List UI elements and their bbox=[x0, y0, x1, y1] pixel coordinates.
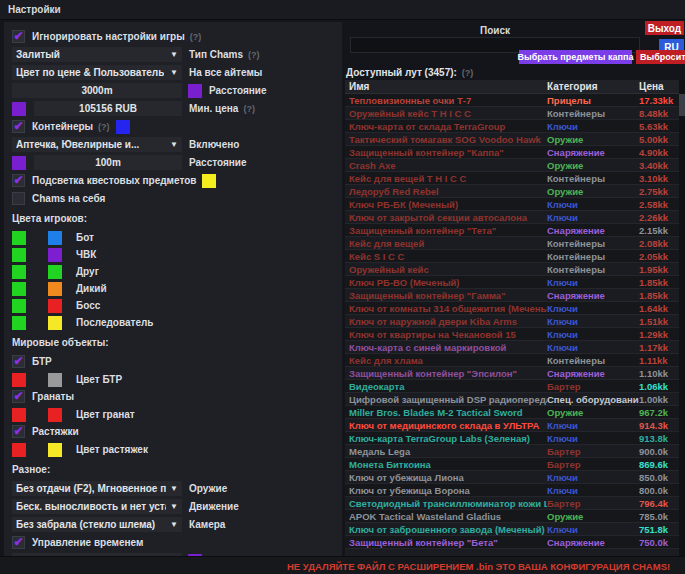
camera-dropdown[interactable]: Без забрала (стекло шлема) ▼ bbox=[12, 517, 182, 532]
color-swatch[interactable] bbox=[12, 265, 26, 279]
color-swatch[interactable] bbox=[12, 316, 26, 330]
color-swatch[interactable] bbox=[12, 282, 26, 296]
all-items-label: На все айтемы bbox=[189, 67, 262, 78]
color-swatch[interactable] bbox=[48, 282, 62, 296]
weapon-dropdown[interactable]: Без отдачи (F2), Мгновенное п ▼ bbox=[12, 481, 182, 496]
help-icon[interactable]: (?) bbox=[243, 104, 255, 114]
table-row[interactable]: Оружейный кейсКонтейнеры1.95kk bbox=[345, 263, 685, 276]
column-header-name[interactable]: Имя bbox=[345, 81, 547, 92]
check-icon: ✔ bbox=[13, 121, 23, 131]
column-header-category[interactable]: Категория bbox=[547, 81, 639, 92]
table-row[interactable]: Crash AxeОружие3.40kk bbox=[345, 159, 685, 172]
help-icon[interactable]: (?) bbox=[462, 68, 474, 78]
color-swatch[interactable] bbox=[48, 373, 62, 387]
color-swatch[interactable] bbox=[48, 265, 62, 279]
table-scrollbar[interactable] bbox=[679, 80, 685, 556]
min-price-input[interactable] bbox=[34, 101, 182, 116]
item-category: Ключи bbox=[547, 199, 639, 210]
help-icon[interactable]: (?) bbox=[98, 122, 110, 132]
color-swatch[interactable] bbox=[48, 299, 62, 313]
color-swatch[interactable] bbox=[48, 443, 62, 457]
table-row[interactable]: Ключ от убежища ЛионаКлючи850.0k bbox=[345, 471, 685, 484]
all-items-dropdown[interactable]: Цвет по цене & Пользователь ▼ bbox=[12, 65, 182, 80]
containers-filter-dropdown[interactable]: Аптечка, Ювелирные и... ▼ bbox=[12, 137, 182, 152]
min-price-color-swatch[interactable] bbox=[12, 102, 26, 116]
table-row[interactable]: Ключ от убежища ВоронаКлючи800.0k bbox=[345, 484, 685, 497]
grenades-label: Гранаты bbox=[32, 391, 74, 402]
table-row[interactable]: Оружейный кейс T H I C CКонтейнеры8.48kk bbox=[345, 107, 685, 120]
table-row[interactable]: Защищенный контейнер "Эпсилон"Снаряжение… bbox=[345, 367, 685, 380]
color-swatch[interactable] bbox=[12, 443, 26, 457]
table-row[interactable]: Кейс S I C CКонтейнеры2.05kk bbox=[345, 250, 685, 263]
table-row[interactable]: Кейс для вещей T H I C CКонтейнеры3.10kk bbox=[345, 172, 685, 185]
color-swatch[interactable] bbox=[48, 408, 62, 422]
table-row[interactable]: ВидеокартаБартер1.06kk bbox=[345, 380, 685, 393]
distance-color-swatch[interactable] bbox=[188, 84, 202, 98]
time-control-checkbox[interactable]: ✔ bbox=[12, 536, 25, 549]
item-category: Бартер bbox=[547, 459, 639, 470]
help-icon[interactable]: (?) bbox=[248, 50, 260, 60]
color-swatch[interactable] bbox=[12, 408, 26, 422]
distance-input[interactable] bbox=[12, 83, 182, 98]
quest-items-color-swatch[interactable] bbox=[202, 174, 216, 188]
item-category: Бартер bbox=[547, 446, 639, 457]
scrollbar-thumb[interactable] bbox=[679, 94, 685, 116]
color-swatch[interactable] bbox=[12, 373, 26, 387]
chams-self-checkbox[interactable]: ✔ bbox=[12, 192, 25, 205]
table-row[interactable]: Медаль LegaБартер900.0k bbox=[345, 445, 685, 458]
table-row[interactable]: Монета БиткоинаБартер869.6k bbox=[345, 458, 685, 471]
containers-checkbox[interactable]: ✔ bbox=[12, 120, 25, 133]
select-kappa-items-button[interactable]: Выбрать предметы каппа bbox=[519, 50, 632, 64]
table-row[interactable] bbox=[345, 549, 685, 556]
color-swatch[interactable] bbox=[12, 231, 26, 245]
table-row[interactable]: Ключ от квартиры на Чекановой 15Ключи1.2… bbox=[345, 328, 685, 341]
table-row[interactable]: Ключ от медицинского склада в УЛЬТРАКлюч… bbox=[345, 419, 685, 432]
table-row[interactable]: Ключ РБ-ВО (Меченый)Ключи1.85kk bbox=[345, 276, 685, 289]
table-row[interactable]: Светодиодный трансиллюминатор кожи LEDXБ… bbox=[345, 497, 685, 510]
table-row[interactable]: Кейс для хламаКонтейнеры1.11kk bbox=[345, 354, 685, 367]
containers-distance-input[interactable] bbox=[34, 155, 182, 170]
tripwires-checkbox[interactable]: ✔ bbox=[12, 425, 25, 438]
table-row[interactable]: Тактический томагавк SOG Voodoo HawkОруж… bbox=[345, 133, 685, 146]
movement-dropdown[interactable]: Беск. выносливость и нет уста ▼ bbox=[12, 499, 182, 514]
item-name: Светодиодный трансиллюминатор кожи LEDX bbox=[345, 498, 547, 509]
table-row[interactable]: Ключ-карта TerraGroup Labs (Зеленая)Ключ… bbox=[345, 432, 685, 445]
table-row[interactable]: Тепловизионные очки Т-7Прицелы17.33kk bbox=[345, 94, 685, 107]
grenades-checkbox[interactable]: ✔ bbox=[12, 390, 25, 403]
table-row[interactable]: Miller Bros. Blades M-2 Tactical SwordОр… bbox=[345, 406, 685, 419]
item-name: Ключ от убежища Ворона bbox=[345, 485, 547, 496]
table-row[interactable]: Ключ от наружной двери Kiba ArmsКлючи1.5… bbox=[345, 315, 685, 328]
item-name: Crash Axe bbox=[345, 160, 547, 171]
table-row[interactable]: Защищенный контейнер "Бета"Снаряжение750… bbox=[345, 536, 685, 549]
color-swatch[interactable] bbox=[48, 316, 62, 330]
table-row[interactable]: Цифровой защищенный DSP радиопередатчикС… bbox=[345, 393, 685, 406]
table-row[interactable]: Ключ от комнаты 314 общежития (Меченый)К… bbox=[345, 302, 685, 315]
table-row[interactable]: Защищенный контейнер "Каппа"Снаряжение4.… bbox=[345, 146, 685, 159]
color-swatch[interactable] bbox=[12, 299, 26, 313]
player-color-label: Босс bbox=[76, 300, 100, 311]
btr-checkbox[interactable]: ✔ bbox=[12, 355, 25, 368]
containers-label: Контейнеры bbox=[32, 121, 93, 132]
exit-button[interactable]: Выход bbox=[645, 21, 684, 35]
discard-all-button[interactable]: Выбросить пос bbox=[636, 50, 685, 64]
table-row[interactable]: APOK Tactical Wasteland GladiusОружие785… bbox=[345, 510, 685, 523]
table-row[interactable]: Ключ-карта от склада TerraGroupКлючи5.63… bbox=[345, 120, 685, 133]
help-icon[interactable]: (?) bbox=[190, 32, 202, 42]
color-swatch[interactable] bbox=[48, 231, 62, 245]
table-row[interactable]: Ключ РБ-БК (Меченый)Ключи2.58kk bbox=[345, 198, 685, 211]
table-row[interactable]: Защищенный контейнер "Тета"Снаряжение2.1… bbox=[345, 224, 685, 237]
containers-distance-color-swatch[interactable] bbox=[12, 156, 26, 170]
table-row[interactable]: Кейс для вещейКонтейнеры2.08kk bbox=[345, 237, 685, 250]
chams-type-dropdown[interactable]: Залитый ▼ bbox=[12, 47, 182, 62]
item-category: Ключи bbox=[547, 420, 639, 431]
ignore-game-settings-checkbox[interactable]: ✔ bbox=[12, 30, 25, 43]
color-swatch[interactable] bbox=[48, 248, 62, 262]
table-row[interactable]: Ключ от заброшенного завода (Меченый)Клю… bbox=[345, 523, 685, 536]
table-row[interactable]: Защищенный контейнер "Гамма"Снаряжение1.… bbox=[345, 289, 685, 302]
table-row[interactable]: Ключ-карта с синей маркировкойКлючи1.17k… bbox=[345, 341, 685, 354]
containers-color-swatch[interactable] bbox=[116, 120, 130, 134]
table-row[interactable]: Ключ от закрытой секции автосалонаКлючи2… bbox=[345, 211, 685, 224]
color-swatch[interactable] bbox=[12, 248, 26, 262]
table-row[interactable]: Ледоруб Red RebelОружие2.75kk bbox=[345, 185, 685, 198]
quest-items-checkbox[interactable]: ✔ bbox=[12, 174, 25, 187]
